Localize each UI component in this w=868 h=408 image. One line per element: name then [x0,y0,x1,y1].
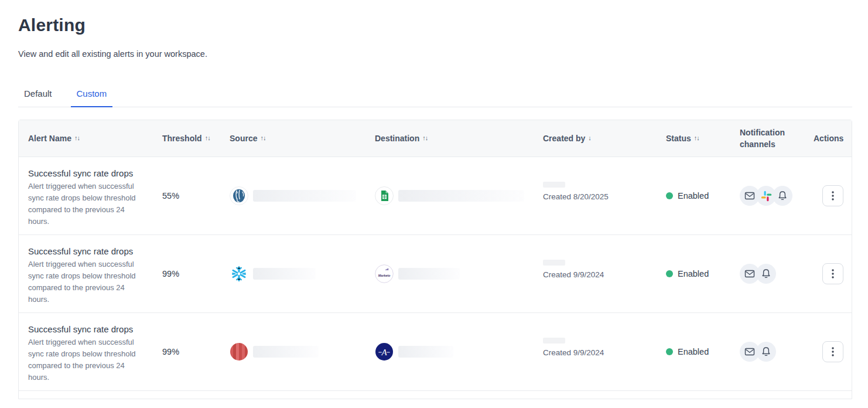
alert-description: Alert triggered when successful sync rat… [28,181,143,227]
destination-cell [365,157,534,234]
column-header-created-by[interactable]: Created by ↓ [534,120,657,157]
redacted-source-name [253,190,356,202]
created-by-cell: Created 9/9/2024 [534,235,657,312]
redacted-creator-name [543,260,565,266]
created-date: Created 9/9/2024 [543,348,647,357]
amplitude-icon [375,342,394,361]
column-header-alert-name[interactable]: Alert Name ↑↓ [19,120,153,157]
source-cell [220,313,365,390]
slack-icon [761,191,772,202]
threshold-value: 99% [153,235,220,312]
status-dot [666,348,673,355]
source-cell [220,235,365,312]
bell-icon [760,346,772,358]
alert-name: Successful sync rate drops [28,246,143,256]
source-cell [220,157,365,234]
redacted-creator-name [543,338,565,344]
table-row: Successful sync rate drops Alert trigger… [19,157,852,234]
created-date: Created 8/20/2025 [543,192,647,201]
page-subtitle: View and edit all existing alerts in you… [18,49,852,59]
column-header-threshold[interactable]: Threshold ↑↓ [153,120,220,157]
redacted-source-name [253,346,319,358]
mail-icon [744,190,756,202]
alerting-page: Alerting View and edit all existing aler… [18,0,852,399]
postgresql-icon [230,186,248,205]
status-dot [666,192,673,199]
threshold-value: 99% [153,313,220,390]
redacted-destination-name [398,268,460,280]
created-by-cell: Created 8/20/2025 [534,157,657,234]
notification-channels-cell [730,157,804,234]
destination-cell [365,235,534,312]
status-badge: Enabled [678,347,709,356]
column-header-actions: Actions [804,120,853,157]
alert-name-cell: Successful sync rate drops Alert trigger… [19,157,153,234]
bell-icon [760,268,772,280]
column-header-destination[interactable]: Destination ↑↓ [365,120,534,157]
notification-channels-cell [730,313,804,390]
alert-description: Alert triggered when successful sync rat… [28,336,143,383]
sort-icon[interactable]: ↓ [588,132,591,144]
bell-channel-icon [756,342,776,362]
sort-icon[interactable]: ↑↓ [694,132,699,144]
status-dot [666,270,673,277]
kebab-menu-icon [832,191,834,200]
bell-channel-icon [773,186,792,206]
column-header-notification-channels: Notification channels [730,120,804,157]
notification-channels-cell [730,235,804,312]
sort-icon[interactable]: ↑↓ [205,132,210,144]
bell-channel-icon [756,264,776,284]
redacted-destination-name [398,190,524,202]
redshift-icon [230,342,248,361]
table-row-partial [19,390,852,399]
bell-icon [777,190,788,202]
kebab-menu-icon [832,269,834,278]
column-header-status[interactable]: Status ↑↓ [657,120,730,157]
actions-cell [804,157,853,234]
status-badge: Enabled [678,191,709,200]
status-cell: Enabled [657,313,730,390]
table-header: Alert Name ↑↓ Threshold ↑↓ Source ↑↓ Des… [19,120,852,157]
row-actions-button[interactable] [822,185,843,206]
redacted-destination-name [398,346,453,358]
redacted-source-name [253,268,316,280]
column-header-source[interactable]: Source ↑↓ [220,120,365,157]
alert-name: Successful sync rate drops [28,324,143,334]
alerts-table: Alert Name ↑↓ Threshold ↑↓ Source ↑↓ Des… [18,120,852,399]
destination-cell [365,313,534,390]
table-row: Successful sync rate drops Alert trigger… [19,312,852,390]
google-sheets-icon [375,186,394,205]
created-date: Created 9/9/2024 [543,270,647,279]
actions-cell [804,313,853,390]
mail-icon [744,268,756,280]
kebab-menu-icon [832,347,834,356]
tab-default[interactable]: Default [18,89,58,107]
status-cell: Enabled [657,157,730,234]
marketo-icon [375,264,394,283]
threshold-value: 55% [153,157,220,234]
created-by-cell: Created 9/9/2024 [534,313,657,390]
page-title: Alerting [18,0,852,35]
status-cell: Enabled [657,235,730,312]
alert-name-cell: Successful sync rate drops Alert trigger… [19,235,153,312]
snowflake-icon [230,264,248,283]
tabbar: Default Custom [18,89,852,107]
alert-description: Alert triggered when successful sync rat… [28,259,143,305]
table-row: Successful sync rate drops Alert trigger… [19,234,852,312]
sort-icon[interactable]: ↑↓ [74,132,80,144]
sort-icon[interactable]: ↑↓ [260,132,265,144]
status-badge: Enabled [678,269,709,278]
actions-cell [804,235,853,312]
alert-name-cell: Successful sync rate drops Alert trigger… [19,313,153,390]
tab-custom[interactable]: Custom [71,89,113,107]
mail-icon [744,346,756,358]
sort-icon[interactable]: ↑↓ [422,132,428,144]
row-actions-button[interactable] [822,263,843,284]
row-actions-button[interactable] [822,341,843,362]
redacted-creator-name [543,182,565,188]
alert-name: Successful sync rate drops [28,168,143,178]
